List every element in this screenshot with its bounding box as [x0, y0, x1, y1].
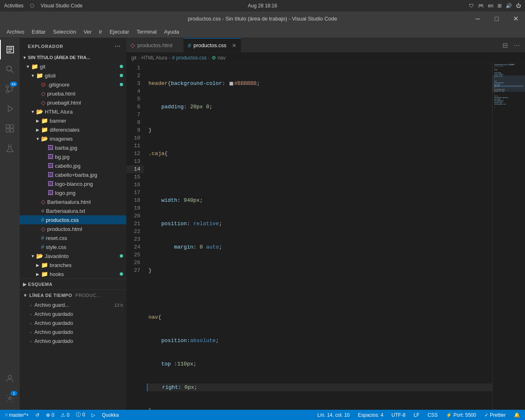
port-status[interactable]: ⚡ Port: 5500 — [444, 410, 478, 420]
accounts-activity-icon[interactable] — [0, 369, 20, 388]
split-editor-button[interactable]: ⊟ — [501, 41, 509, 50]
menu-editar[interactable]: Editar — [28, 27, 49, 37]
spaces-status[interactable]: Espacios: 4 — [356, 410, 385, 420]
run-activity-icon[interactable] — [0, 99, 20, 119]
file-tree: ▼ SIN TÍTULO (ÁREA DE TRA... ▼ 📁 git ▼ 📁… — [20, 53, 126, 410]
code-editor[interactable]: 1 2 3 4 5 6 7 8 9 10 11 12 13 14 15 16 1… — [126, 63, 525, 410]
menu-ir[interactable]: Ir — [96, 27, 105, 37]
menu-ver[interactable]: Ver — [80, 27, 95, 37]
code-content[interactable]: header{background-color: #BBBBBB; paddin… — [147, 63, 492, 410]
breadcrumb-git[interactable]: git — [131, 55, 137, 61]
timeline-item-2[interactable]: ○ Archivo guardado — [20, 319, 126, 328]
tree-item-htmlalura[interactable]: ▼ 📂 HTML Alura — [20, 107, 126, 116]
timeline-item-0[interactable]: ○ Archivo guard... 13 h — [20, 301, 126, 310]
tree-item-productos-css[interactable]: # productos.css — [20, 215, 126, 224]
extensions-activity-icon[interactable] — [0, 119, 20, 138]
tree-item-imagenes[interactable]: ▼ 📂 imagenes — [20, 134, 126, 143]
tree-item-git[interactable]: ▼ 📁 git — [20, 62, 126, 71]
tree-item-banner[interactable]: ▶ 📁 banner — [20, 116, 126, 125]
folder-icon: 📂 — [36, 253, 43, 259]
settings-activity-icon[interactable]: 1 — [0, 388, 20, 408]
tree-item-style[interactable]: # style.css — [20, 242, 126, 251]
svg-rect-6 — [10, 129, 14, 132]
more-actions-button[interactable]: ⋯ — [512, 41, 522, 50]
breadcrumb-htmlalura[interactable]: HTML Alura — [142, 55, 167, 61]
html-tab-icon: ◇ — [130, 42, 135, 48]
folder-icon: 📁 — [41, 117, 48, 124]
network-icon: 🛡 — [469, 3, 474, 9]
quokka-status[interactable]: Quokka — [100, 410, 120, 420]
lang-label[interactable]: en — [488, 3, 493, 9]
run-status[interactable]: ▷ — [90, 410, 97, 420]
timeline-item-3[interactable]: ○ Archivo guardado — [20, 328, 126, 337]
tree-item-bg[interactable]: 🖼 bg.jpg — [20, 152, 126, 161]
editor-area: ◇ productos.html # productos.css ✕ ⊟ ⋯ g… — [126, 38, 525, 410]
logoblanco-label: logo-blanco.png — [55, 181, 126, 187]
activities-label[interactable]: Activities — [4, 3, 23, 9]
menu-seleccion[interactable]: Selección — [50, 27, 79, 37]
source-control-activity-icon[interactable]: 44 — [0, 79, 20, 99]
timeline-item-4[interactable]: ○ Archivo guardado — [20, 337, 126, 346]
eol-status[interactable]: LF — [412, 410, 421, 420]
tree-item-pruebagit[interactable]: ◇ pruebagit.html — [20, 98, 126, 107]
tab-productos-css[interactable]: # productos.css ✕ — [184, 38, 241, 52]
workspace-label: SIN TÍTULO (ÁREA DE TRA... — [28, 55, 126, 60]
tree-item-hooks[interactable]: ▶ 📁 hooks — [20, 269, 126, 278]
sync-status[interactable]: ↺ — [34, 410, 41, 420]
tab-productos-html[interactable]: ◇ productos.html — [126, 38, 184, 52]
tab-close-css[interactable]: ✕ — [232, 42, 237, 49]
cursor-position-status[interactable]: Lín. 14, col. 10 — [316, 410, 352, 420]
breadcrumb-nav[interactable]: nav — [218, 55, 226, 61]
status-bar-right: Lín. 14, col. 10 Espacios: 4 UTF-8 LF CS… — [316, 410, 522, 420]
timeline-label-4: Archivo guardado — [34, 338, 121, 344]
app-name-label: ⬡ — [30, 3, 34, 9]
errors-status[interactable]: ⊗ 0 — [44, 410, 56, 420]
tree-item-barba[interactable]: 🖼 barba.jpg — [20, 143, 126, 152]
timeline-item-1[interactable]: ○ Archivo guardado — [20, 310, 126, 319]
tree-item-gitoli[interactable]: ▼ 📁 gitoli — [20, 71, 126, 80]
line-num-4: 4 — [126, 87, 144, 95]
prettier-status[interactable]: ✓ Prettier — [483, 410, 507, 420]
close-button[interactable]: ✕ — [506, 11, 525, 26]
tree-item-branches[interactable]: ▶ 📁 branches — [20, 260, 126, 269]
menu-archivo[interactable]: Archivo — [3, 27, 27, 37]
tree-item-barberiaalura-txt[interactable]: ≡ Barberiaalura.txt — [20, 206, 126, 215]
line-num-20: 20 — [126, 212, 144, 220]
info-status[interactable]: ⓘ 0 — [74, 410, 87, 420]
menu-ejecutar[interactable]: Ejecutar — [106, 27, 132, 37]
schema-header[interactable]: ▶ ESQUEMA — [20, 279, 126, 290]
language-status[interactable]: CSS — [426, 410, 440, 420]
tree-item-diferenciales[interactable]: ▶ 📁 diferenciales — [20, 125, 126, 134]
tree-item-logo[interactable]: 🖼 logo.png — [20, 188, 126, 197]
menu-ayuda[interactable]: Ayuda — [161, 27, 183, 37]
tree-item-productos-html[interactable]: ◇ productos.html — [20, 224, 126, 233]
new-file-button[interactable]: ⋯ — [114, 42, 121, 50]
tree-item-gitignore[interactable]: ⊙ .gitignore — [20, 80, 126, 89]
css-icon: # — [41, 235, 44, 241]
tree-item-prueba[interactable]: ◇ prueba.html — [20, 89, 126, 98]
warnings-status[interactable]: ⚠ 0 — [59, 410, 71, 420]
tree-item-cabellobarba[interactable]: 🖼 cabello+barba.jpg — [20, 170, 126, 179]
search-activity-icon[interactable] — [0, 59, 20, 79]
nav-selector-icon: ⚙ — [212, 55, 216, 61]
encoding-status[interactable]: UTF-8 — [390, 410, 407, 420]
tree-item-cabello[interactable]: 🖼 cabello.jpg — [20, 161, 126, 170]
minimize-button[interactable]: ─ — [468, 11, 487, 26]
folder-icon: 📁 — [41, 126, 48, 133]
schema-section: ▶ ESQUEMA — [20, 278, 126, 290]
testing-activity-icon[interactable] — [0, 138, 20, 158]
breadcrumb-css[interactable]: # productos.css — [172, 55, 207, 61]
tree-item-logoblanco[interactable]: 🖼 logo-blanco.png — [20, 179, 126, 188]
gitignore-dot — [120, 83, 123, 86]
tree-item-javaolinto[interactable]: ▼ 📂 Javaolinto — [20, 251, 126, 260]
notifications-status[interactable]: 🔔 — [512, 410, 522, 420]
workspace-root[interactable]: ▼ SIN TÍTULO (ÁREA DE TRA... — [20, 53, 126, 62]
maximize-button[interactable]: □ — [487, 11, 506, 26]
menu-terminal[interactable]: Terminal — [133, 27, 160, 37]
git-branch-label: master*+ — [9, 412, 29, 418]
git-branch-status[interactable]: ⑂ master*+ — [3, 410, 30, 420]
explorer-activity-icon[interactable] — [0, 40, 20, 59]
timeline-header[interactable]: ▼ LÍNEA DE TIEMPO produc... — [20, 290, 126, 301]
tree-item-reset[interactable]: # reset.css — [20, 233, 126, 242]
tree-item-barberiaalura[interactable]: ◇ Barberiaalura.html — [20, 197, 126, 206]
